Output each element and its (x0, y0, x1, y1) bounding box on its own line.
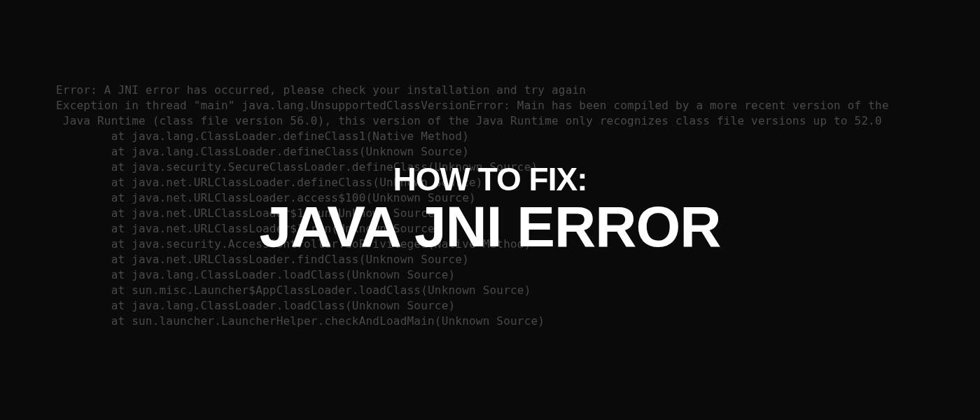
title-overlay: HOW TO FIX: JAVA JNI ERROR (0, 160, 980, 260)
title-line-2: JAVA JNI ERROR (0, 194, 980, 260)
title-line-1: HOW TO FIX: (0, 160, 980, 198)
